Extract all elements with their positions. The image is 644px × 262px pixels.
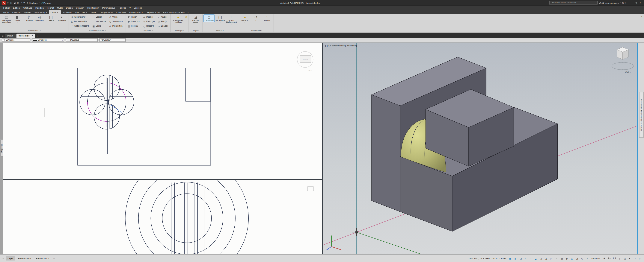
file-tab[interactable]: tuto-solide* × <box>16 33 35 38</box>
status-toggle-icon[interactable]: ◻ <box>549 256 554 261</box>
account-menu[interactable]: ◉ stephane.gazel ▾ <box>602 1 620 4</box>
wcs-dropdown[interactable]: WCS ▾ <box>625 71 631 73</box>
ribbon-button[interactable]: ▤ Historique des solides <box>1 14 12 24</box>
status-toggle-icon[interactable]: ◎ <box>622 256 627 261</box>
properties-palette-tab[interactable]: Propriétés <box>0 139 3 157</box>
menu-item[interactable]: Cotation <box>74 6 86 9</box>
ribbon-button[interactable]: ∴ 3-points <box>262 14 272 22</box>
ribbon-button[interactable]: ▣ Gaine ▾ <box>92 23 107 28</box>
ribbon-tab[interactable]: Début <box>2 10 11 14</box>
mesh-tool-icon[interactable]: ◍ <box>185 15 187 18</box>
qat-icon[interactable]: ▤ <box>10 1 12 4</box>
convert-to-mesh-button[interactable]: ● Convertir en maillage <box>172 14 185 24</box>
status-toggle-icon[interactable]: 1:1 <box>612 256 617 261</box>
ribbon-button[interactable]: ▦ Réseau <box>127 23 141 28</box>
viewport-controls-label[interactable]: [-][Vue personnalisée][Conceptuel] <box>325 44 357 47</box>
ribbon-button[interactable]: ◠ Arête de raccord ▾ <box>70 23 90 28</box>
ribbon-button[interactable]: ≋ Epaissir <box>157 23 169 28</box>
status-toggle-icon[interactable]: ∠ <box>534 256 538 261</box>
ribbon-tab[interactable]: Visualiser <box>61 10 74 14</box>
status-toggle-icon[interactable]: ↻ <box>564 256 569 261</box>
status-toggle-icon[interactable]: + <box>585 256 590 261</box>
ribbon-button[interactable]: ◧ Fusion <box>127 14 141 19</box>
ribbon-button[interactable]: ⇧ Extrusion <box>24 14 34 22</box>
ribbon-tab[interactable]: Insertion <box>11 10 22 14</box>
qat-icon[interactable]: ⊟ <box>17 1 19 4</box>
status-toggle-icon[interactable]: ◿ <box>518 256 523 261</box>
status-toggle-icon[interactable]: ◔ <box>633 256 637 261</box>
viewcube[interactable] <box>610 45 635 77</box>
ribbon-tab[interactable]: Automatisation <box>128 10 145 14</box>
file-tab[interactable]: Début <box>5 33 16 38</box>
ribbon-button[interactable]: ◩ Correction <box>127 19 141 23</box>
ribbon-button[interactable]: ▱ Section <box>92 14 107 19</box>
left-viewport-canvas[interactable] <box>3 43 322 254</box>
close-icon[interactable]: × <box>32 34 33 37</box>
ribbon-button[interactable]: ◡ Raccord <box>142 23 156 28</box>
panel-title[interactable]: Coupe ▾ <box>189 29 202 32</box>
status-toggle-icon[interactable]: ▦ <box>508 256 513 261</box>
ribbon-button[interactable]: ⊙ Elimination <box>204 14 214 22</box>
titlebar-icon[interactable]: ◍ <box>622 1 624 4</box>
status-toggle-icon[interactable]: ▢ <box>638 256 642 261</box>
ribbon-button[interactable]: ● Général ▾ <box>240 14 250 24</box>
status-toggle-icon[interactable]: ▨ <box>560 256 564 261</box>
ribbon-button[interactable]: + Gizmo Déplacement ▾ <box>226 14 236 26</box>
ribbon-button[interactable]: ⊕ Union <box>108 14 124 19</box>
status-toggle-icon[interactable]: ≡ <box>554 256 559 261</box>
lineweight-dropdown[interactable]: ▬▬▬ DuCalque ▾ <box>32 38 64 42</box>
menu-item[interactable]: Fenêtre <box>117 6 128 9</box>
layer-properties-manager-tab[interactable]: Gestionnaire des propriétés des calques <box>639 92 644 138</box>
mesh-tool-icon[interactable]: ◌ <box>185 19 187 21</box>
ribbon-button[interactable]: ⊡ Décaler l'arête <box>70 19 90 23</box>
panel-title[interactable]: Coordonnées <box>238 29 273 32</box>
ribbon-button[interactable]: ⇕ Appuyer/tirer <box>70 14 90 19</box>
left-viewport[interactable]: HAUT WCS <box>3 43 322 254</box>
status-toggle-icon[interactable]: ⊞ <box>513 256 518 261</box>
ribbon-tab[interactable]: Express Tools <box>145 10 162 14</box>
ribbon-button[interactable]: ▢ Aucun filtre ▾ <box>215 14 226 24</box>
section-plane-button[interactable]: ◪ Plan de coupe <box>190 14 201 24</box>
menu-item[interactable]: Fichier <box>2 6 12 9</box>
maximize-button[interactable]: ▢ <box>634 1 638 4</box>
qat-icon[interactable]: ↷ <box>24 1 25 4</box>
panel-title[interactable]: Edition de solides ▾ <box>69 29 125 32</box>
menu-item[interactable]: Edition <box>12 6 21 9</box>
new-layout-button[interactable]: + <box>52 257 56 260</box>
object-color-dropdown[interactable]: DuCalque ▾ <box>2 38 30 42</box>
panel-title[interactable]: Maillage ▾ <box>171 29 188 32</box>
ribbon-tab[interactable]: Gérer <box>80 10 89 14</box>
workspace-switcher[interactable]: ⊛ Stephane ▾ <box>26 1 40 4</box>
menu-item[interactable]: ? <box>128 6 132 9</box>
ribbon-button[interactable]: ⇒ Prolonger <box>142 19 156 23</box>
menu-item[interactable]: Modification <box>86 6 100 9</box>
layout-tab[interactable]: Présentation1 <box>16 257 33 261</box>
status-toggle-icon[interactable]: ⊛ <box>618 256 622 261</box>
ribbon-tab[interactable]: Paramétrique <box>33 10 49 14</box>
close-button[interactable]: × <box>639 1 642 4</box>
status-toggle-icon[interactable]: A+ <box>607 256 612 261</box>
panel-title[interactable]: Surfaces ▾ <box>126 29 170 32</box>
ribbon-button[interactable]: ⊖ Soustraction <box>108 19 124 23</box>
status-toggle-icon[interactable]: ⊿ <box>575 256 579 261</box>
ribbon-tab[interactable]: Annoter <box>22 10 33 14</box>
search-icon[interactable] <box>599 2 601 4</box>
search-input[interactable] <box>549 1 598 4</box>
menu-item[interactable]: Affichage <box>21 6 34 9</box>
ribbon-collapse-icon[interactable]: ▴ <box>640 14 644 18</box>
ribbon-button[interactable]: ∩ Interférence <box>92 19 107 23</box>
status-toggle-icon[interactable]: ◇ <box>539 256 544 261</box>
status-toggle-icon[interactable]: A <box>602 256 606 261</box>
ribbon-tab[interactable]: Compléments <box>98 10 114 14</box>
layout-menu-icon[interactable]: ≡ <box>2 257 5 260</box>
ribbon-tab[interactable]: Sortie <box>89 10 98 14</box>
ribbon-button[interactable]: ⊗ Intersection <box>108 23 124 28</box>
status-toggle-icon[interactable]: ◈ <box>570 256 574 261</box>
menu-item[interactable]: Outils <box>56 6 64 9</box>
menu-item[interactable]: Format <box>45 6 56 9</box>
menu-item[interactable]: Dessin <box>64 6 74 9</box>
menu-item[interactable]: Paramétrique <box>100 6 117 9</box>
ribbon-tab[interactable]: Collaborer <box>114 10 128 14</box>
menu-item[interactable]: Insertion <box>34 6 45 9</box>
ribbon-button[interactable]: ▱ Plan(s) <box>157 19 169 23</box>
